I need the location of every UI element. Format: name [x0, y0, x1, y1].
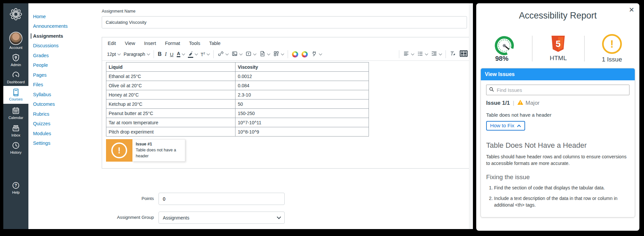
menu-format[interactable]: Format — [165, 41, 180, 46]
sidebar-item-label: History — [3, 150, 28, 154]
table-cell[interactable]: Honey at 20°C — [106, 90, 235, 99]
table-row: Ethanol at 25°C 0.0012 — [106, 72, 369, 81]
menu-view[interactable]: View — [125, 41, 135, 46]
sidebar-item-history[interactable]: History — [3, 141, 28, 154]
sidebar-item-account[interactable]: Account — [3, 32, 28, 50]
text-color-button[interactable]: A — [175, 50, 186, 59]
superscript-button[interactable]: T2 — [199, 50, 211, 59]
menu-insert[interactable]: Insert — [144, 41, 156, 46]
assignment-group-value: Assignments — [163, 215, 189, 220]
issue-description: Table does not have a header — [486, 112, 629, 118]
issue-search-input[interactable] — [496, 87, 626, 93]
list-button[interactable] — [415, 50, 429, 59]
nav-item-modules[interactable]: Modules — [33, 131, 51, 136]
table-cell[interactable]: Liquid — [106, 62, 235, 72]
table-cell[interactable]: 0.0012 — [235, 72, 369, 81]
table-cell[interactable]: 10^7-10^11 — [235, 118, 369, 127]
issue-callout-badge: ! — [106, 139, 132, 162]
issue-search[interactable] — [486, 85, 629, 95]
nav-item-home[interactable]: Home — [33, 14, 46, 19]
fix-steps-list: Find the section of code that displays t… — [486, 185, 629, 209]
sidebar-item-calendar[interactable]: Calendar — [3, 106, 28, 120]
sidebar-item-help[interactable]: ? Help — [3, 181, 28, 194]
link-button[interactable] — [216, 50, 230, 59]
nav-item-pages[interactable]: Pages — [33, 72, 47, 78]
indent-button[interactable] — [429, 50, 443, 59]
assignment-group-select[interactable]: Assignments — [159, 212, 285, 224]
plugin-swirl-button-1[interactable] — [290, 50, 300, 59]
inbox-icon — [3, 124, 28, 133]
document-icon — [259, 51, 266, 58]
nav-item-grades[interactable]: Grades — [33, 53, 49, 58]
nav-item-discussions[interactable]: Discussions — [33, 43, 58, 48]
image-button[interactable] — [230, 50, 244, 59]
chevron-down-icon — [319, 52, 322, 56]
nav-item-settings[interactable]: Settings — [33, 140, 50, 146]
toolbar-divider — [288, 50, 288, 58]
nav-item-outcomes[interactable]: Outcomes — [33, 101, 55, 107]
editor-content[interactable]: Liquid Viscosity Ethanol at 25°C 0.0012 … — [102, 61, 473, 162]
media-button[interactable] — [244, 50, 258, 59]
nav-item-quizzes[interactable]: Quizzes — [33, 121, 50, 126]
nav-item-syllabus[interactable]: Syllabus — [33, 92, 51, 97]
table-cell[interactable]: Viscosity — [235, 62, 369, 72]
points-input[interactable] — [159, 193, 285, 205]
italic-button[interactable]: I — [163, 50, 168, 59]
nav-item-announcements[interactable]: Announcements — [33, 23, 68, 29]
assignment-name-input[interactable] — [102, 16, 467, 28]
font-size-select[interactable]: 12pt — [105, 50, 122, 59]
table-cell[interactable]: Tar at room temperature — [106, 118, 235, 127]
chevron-down-icon — [411, 52, 414, 56]
table-row: Peanut butter at 25°C 150-250 — [106, 109, 369, 118]
table-cell[interactable]: Ketchup at 20°C — [106, 99, 235, 109]
block-format-select[interactable]: Paragraph — [122, 50, 151, 59]
issue-callout-text: Table does not have a header — [136, 147, 182, 159]
chevron-down-icon — [239, 52, 243, 56]
underline-button[interactable]: U — [168, 50, 175, 59]
table-cell[interactable]: Olive oil at 20°C — [106, 81, 235, 90]
menu-tools[interactable]: Tools — [189, 41, 200, 46]
nav-item-people[interactable]: People — [33, 62, 48, 68]
table-row: Pitch drop experiment 10^8-10^9 — [106, 127, 369, 137]
clear-formatting-button[interactable] — [448, 50, 458, 59]
table-cell[interactable]: 50 — [235, 99, 369, 109]
document-button[interactable] — [258, 50, 271, 59]
menu-edit[interactable]: Edit — [108, 41, 116, 46]
canvas-logo[interactable] — [3, 7, 28, 21]
warning-circle-icon: ! — [602, 34, 622, 54]
table-cell[interactable]: Pitch drop experiment — [106, 127, 235, 137]
sidebar-item-admin[interactable]: Admin — [3, 54, 28, 67]
plugin-connect-button[interactable] — [309, 50, 323, 59]
align-button[interactable] — [402, 50, 415, 59]
sidebar-item-inbox[interactable]: Inbox — [3, 124, 28, 137]
menu-table[interactable]: Table — [209, 41, 221, 46]
table-cell[interactable]: 10^8-10^9 — [235, 127, 369, 137]
sidebar-item-courses[interactable]: Courses — [3, 86, 28, 104]
highlight-color-button[interactable] — [186, 50, 199, 59]
fix-step: Find the section of code that displays t… — [494, 185, 629, 191]
assignment-name-label: Assignment Name — [102, 9, 135, 14]
table-cell[interactable]: 0.084 — [235, 81, 369, 90]
table-cell[interactable]: Ethanol at 25°C — [106, 72, 235, 81]
how-to-fix-button[interactable]: How to Fix — [486, 121, 525, 131]
calendar-icon — [3, 106, 28, 115]
table-button[interactable] — [458, 50, 470, 59]
sidebar-item-label: Dashboard — [3, 80, 28, 84]
nav-item-files[interactable]: Files — [33, 82, 43, 87]
viscosity-table[interactable]: Liquid Viscosity Ethanol at 25°C 0.0012 … — [106, 62, 369, 137]
nav-item-assignments[interactable]: Assignments — [31, 33, 63, 39]
sidebar-item-dashboard[interactable]: Dashboard — [3, 71, 28, 84]
table-row: Ketchup at 20°C 50 — [106, 99, 369, 109]
avatar — [9, 32, 22, 45]
bold-button[interactable]: B — [156, 50, 163, 59]
nav-item-rubrics[interactable]: Rubrics — [33, 111, 49, 117]
exclamation-circle-icon: ! — [111, 142, 127, 158]
fixing-heading: Fixing the issue — [486, 174, 629, 181]
table-cell[interactable]: 2.3-10 — [235, 90, 369, 99]
plugin-swirl-button-2[interactable] — [300, 50, 309, 59]
apps-button[interactable] — [271, 50, 285, 59]
table-cell[interactable]: Peanut butter at 25°C — [106, 109, 235, 118]
page-scrollbar[interactable] — [469, 3, 473, 229]
issue-callout[interactable]: ! Issue #1 Table does not have a header — [106, 139, 473, 162]
table-cell[interactable]: 150-250 — [235, 109, 369, 118]
